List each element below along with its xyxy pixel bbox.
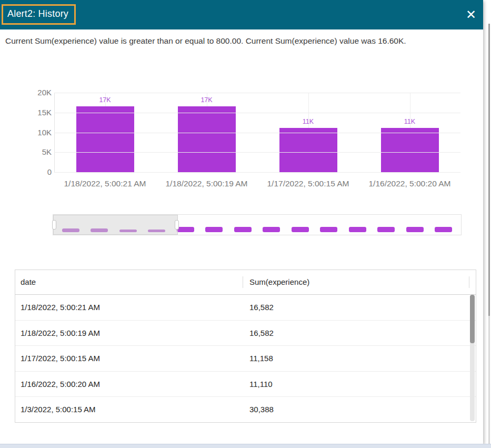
table-row: 1/16/2022, 5:00:20 AM11,110	[15, 372, 476, 397]
cell-date: 1/18/2022, 5:00:19 AM	[21, 328, 100, 337]
gridline	[54, 113, 460, 113]
minimap-brush-selection[interactable]	[53, 215, 178, 235]
page-background-strip	[0, 444, 491, 448]
y-axis: 20K15K10K5K0	[26, 93, 52, 172]
table-row: 1/17/2022, 5:00:15 AM11,158	[15, 346, 476, 372]
cell-sum-experience: 30,388	[249, 405, 274, 414]
bar-value-label: 11K	[303, 118, 314, 125]
minimap-bar[interactable]	[320, 227, 337, 232]
gridline	[54, 133, 460, 133]
page-scrollbar-thumb[interactable]	[488, 24, 490, 316]
dialog-header: Alert2: History ✕	[0, 0, 483, 29]
minimap-bar[interactable]	[177, 227, 194, 232]
minimap-bar-slot	[200, 215, 229, 232]
minimap-bar[interactable]	[205, 227, 223, 232]
column-header-sum-experience[interactable]: Sum(experience)	[249, 277, 309, 286]
column-header-date[interactable]: date	[21, 277, 36, 286]
gridline	[54, 172, 460, 173]
bar-value-label: 11K	[404, 118, 415, 125]
alert-history-dialog: Alert2: History ✕ Current Sum(experience…	[0, 0, 483, 444]
cell-date: 1/17/2022, 5:00:15 AM	[21, 354, 100, 363]
cell-date: 1/18/2022, 5:00:21 AM	[21, 303, 100, 312]
cell-sum-experience: 11,110	[249, 380, 273, 389]
minimap-bar-slot	[286, 215, 315, 232]
bar[interactable]	[381, 128, 439, 172]
bar[interactable]	[178, 106, 236, 172]
alert-condition-text: Current Sum(experience) value is greater…	[5, 36, 479, 46]
bar-value-label: 17K	[99, 96, 111, 104]
close-icon[interactable]: ✕	[463, 7, 479, 23]
minimap-bar-slot	[257, 215, 286, 232]
cell-sum-experience: 16,582	[249, 328, 274, 337]
column-divider	[243, 276, 243, 288]
table-row: 1/18/2022, 5:00:21 AM16,582	[15, 295, 476, 321]
minimap-bar-slot	[429, 215, 458, 232]
minimap-bar[interactable]	[234, 227, 252, 232]
minimap-bar[interactable]	[292, 227, 309, 232]
table-row: 1/18/2022, 5:00:19 AM16,582	[15, 321, 476, 346]
y-tick-label: 20K	[26, 88, 52, 97]
x-axis-labels: 1/18/2022, 5:00:21 AM1/18/2022, 5:00:19 …	[54, 179, 460, 188]
minimap-bar-slot	[372, 215, 401, 232]
minimap-bar[interactable]	[263, 227, 280, 232]
table-body: 1/18/2022, 5:00:21 AM16,5821/18/2022, 5:…	[15, 295, 476, 422]
y-tick-label: 15K	[26, 108, 52, 117]
bar-value-label: 17K	[201, 96, 212, 104]
chart-minimap	[53, 214, 462, 235]
bar-chart-plot-area: 17K17K11K11K	[54, 93, 460, 172]
x-tick-label: 1/16/2022, 5:00:20 AM	[359, 179, 460, 188]
table-header-row: date Sum(experience)	[15, 270, 476, 295]
cell-sum-experience: 16,582	[249, 303, 274, 312]
table-scrollbar-thumb[interactable]	[470, 295, 475, 343]
brush-left-handle[interactable]	[52, 220, 56, 230]
bar[interactable]	[76, 106, 134, 172]
page-scrollbar[interactable]	[488, 24, 490, 444]
brush-right-handle[interactable]	[175, 220, 179, 230]
y-tick-label: 10K	[26, 128, 52, 137]
cell-date: 1/3/2022, 5:00:15 AM	[21, 405, 96, 414]
minimap-bar[interactable]	[377, 227, 395, 232]
y-tick-label: 0	[26, 167, 52, 176]
cell-date: 1/16/2022, 5:00:20 AM	[21, 380, 100, 389]
gridline	[54, 93, 460, 93]
minimap-bar-slot	[315, 215, 344, 232]
table-scrollbar[interactable]	[470, 295, 475, 421]
title-highlight-box: Alert2: History	[2, 4, 76, 25]
history-table: date Sum(experience) 1/18/2022, 5:00:21 …	[15, 270, 476, 423]
minimap-bar[interactable]	[435, 227, 452, 232]
minimap-bar-slot	[343, 215, 372, 232]
minimap-bar-slot	[400, 215, 429, 232]
x-tick-label: 1/18/2022, 5:00:19 AM	[156, 179, 257, 188]
minimap-bar-slot	[228, 215, 257, 232]
x-tick-label: 1/17/2022, 5:00:15 AM	[257, 179, 359, 188]
minimap-bar[interactable]	[349, 227, 366, 232]
x-tick-label: 1/18/2022, 5:00:21 AM	[54, 179, 156, 188]
minimap-bar[interactable]	[406, 227, 424, 232]
bar[interactable]	[279, 128, 337, 172]
y-tick-label: 5K	[26, 147, 52, 156]
column-divider	[469, 276, 469, 288]
cell-sum-experience: 11,158	[249, 354, 273, 363]
table-row: 1/3/2022, 5:00:15 AM30,388	[15, 397, 476, 422]
gridline	[54, 152, 460, 153]
dialog-title: Alert2: History	[7, 8, 68, 19]
